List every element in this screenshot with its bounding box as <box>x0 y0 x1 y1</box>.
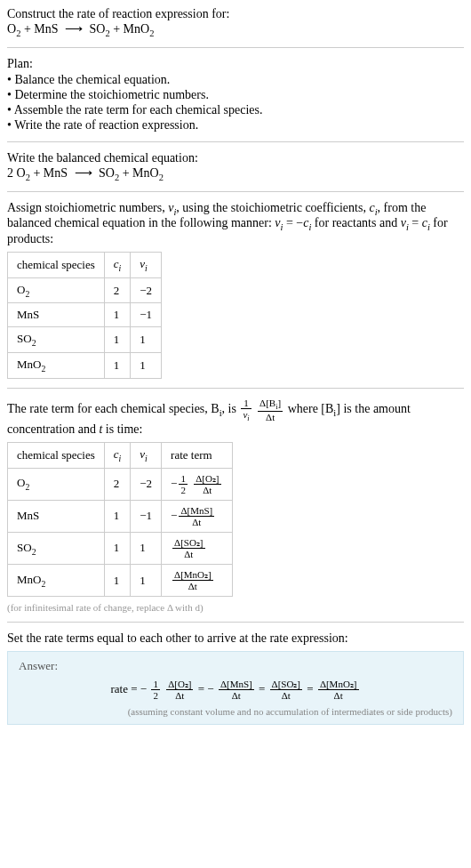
plus: + <box>123 166 132 180</box>
balanced-section: Write the balanced chemical equation: 2 … <box>7 151 464 182</box>
rateterm-intro: The rate term for each chemical species,… <box>7 398 464 437</box>
table-row: SO211 <box>8 327 162 353</box>
table-row: MnS1−1 <box>8 303 162 327</box>
table-row: O22−2 <box>8 277 162 303</box>
col-ci: ci <box>104 253 131 278</box>
species-o2: O2 <box>7 22 20 36</box>
table-header-row: chemical species ci νi rate term <box>8 442 233 468</box>
plan-item: • Write the rate of reaction expression. <box>7 118 464 133</box>
col-species: chemical species <box>8 253 105 278</box>
cell-ci: 2 <box>104 468 131 500</box>
species-so2: SO2 <box>99 166 119 180</box>
cell-rateterm: −12 Δ[O₂]Δt <box>162 468 232 500</box>
plan-item: • Determine the stoichiometric numbers. <box>7 88 464 102</box>
rateterm-table: chemical species ci νi rate term O2 2 −2… <box>7 442 233 597</box>
stoich-intro: Assign stoichiometric numbers, νi, using… <box>7 201 464 247</box>
fraction: Δ[Bi]Δt <box>258 398 283 422</box>
table-row: MnO211 <box>8 352 162 378</box>
answer-note: (assuming constant volume and no accumul… <box>19 706 452 717</box>
species-o2: O2 <box>17 166 30 180</box>
cell-nui: −1 <box>131 500 162 532</box>
col-rateterm: rate term <box>162 442 232 468</box>
cell-ci: 1 <box>104 327 131 353</box>
plus: + <box>33 166 43 180</box>
plan-item: • Assemble the rate term for each chemic… <box>7 103 464 117</box>
divider <box>7 622 464 623</box>
cell-species: O2 <box>8 277 105 303</box>
table-row: O2 2 −2 −12 Δ[O₂]Δt <box>8 468 233 500</box>
arrow-icon: ⟶ <box>75 166 92 180</box>
cell-ci: 2 <box>104 277 131 303</box>
species-mns: MnS <box>34 22 58 36</box>
cell-rateterm: −Δ[MnS]Δt <box>162 500 232 532</box>
col-nui: νi <box>131 442 162 468</box>
rateterm-section: The rate term for each chemical species,… <box>7 398 464 614</box>
arrow-icon: ⟶ <box>65 22 83 36</box>
species-so2: SO2 <box>90 22 110 36</box>
balanced-title: Write the balanced chemical equation: <box>7 151 464 165</box>
cell-nui: 1 <box>131 532 162 564</box>
cell-ci: 1 <box>104 352 131 378</box>
stoich-section: Assign stoichiometric numbers, νi, using… <box>7 201 464 379</box>
cell-ci: 1 <box>104 565 131 597</box>
cell-rateterm: Δ[MnO₂]Δt <box>162 565 232 597</box>
rateterm-footnote: (for infinitesimal rate of change, repla… <box>7 602 464 613</box>
cell-nui: −2 <box>131 468 162 500</box>
table-header-row: chemical species ci νi <box>8 253 162 278</box>
col-species: chemical species <box>8 442 105 468</box>
species-mno2: MnO2 <box>132 166 164 180</box>
stoich-table: chemical species ci νi O22−2 MnS1−1 SO21… <box>7 252 162 378</box>
col-ci: ci <box>104 442 131 468</box>
cell-nui: −1 <box>131 303 162 327</box>
divider <box>7 388 464 389</box>
species-mno2: MnO2 <box>124 22 155 36</box>
cell-species: MnO2 <box>8 352 105 378</box>
fraction: 1νi <box>241 398 251 422</box>
final-title: Set the rate terms equal to each other t… <box>7 631 464 646</box>
cell-nui: 1 <box>131 565 162 597</box>
rate-expression: rate = − 12 Δ[O₂]Δt = − Δ[MnS]Δt = Δ[SO₂… <box>19 679 452 701</box>
col-nui: νi <box>131 253 162 278</box>
cell-nui: −2 <box>131 277 162 303</box>
plan-bullets: • Balance the chemical equation. • Deter… <box>7 73 464 133</box>
cell-species: MnO2 <box>8 565 105 597</box>
cell-nui: 1 <box>131 352 162 378</box>
cell-ci: 1 <box>104 303 131 327</box>
plan-title: Plan: <box>7 57 464 71</box>
plus: + <box>24 22 34 36</box>
prompt-section: Construct the rate of reaction expressio… <box>7 7 464 38</box>
cell-species: O2 <box>8 468 105 500</box>
cell-species: MnS <box>8 500 105 532</box>
cell-nui: 1 <box>131 327 162 353</box>
cell-species: SO2 <box>8 327 105 353</box>
balanced-equation: 2 O2 + MnS ⟶ SO2 + MnO2 <box>7 165 464 182</box>
answer-label: Answer: <box>19 659 452 673</box>
cell-ci: 1 <box>104 500 131 532</box>
table-row: MnS 1 −1 −Δ[MnS]Δt <box>8 500 233 532</box>
cell-rateterm: Δ[SO₂]Δt <box>162 532 232 564</box>
final-section: Set the rate terms equal to each other t… <box>7 631 464 725</box>
divider <box>7 141 464 142</box>
plan-section: Plan: • Balance the chemical equation. •… <box>7 57 464 133</box>
answer-box: Answer: rate = − 12 Δ[O₂]Δt = − Δ[MnS]Δt… <box>7 651 464 725</box>
divider <box>7 47 464 48</box>
coef: 2 <box>7 166 17 180</box>
cell-species: SO2 <box>8 532 105 564</box>
divider <box>7 191 464 192</box>
table-row: MnO2 1 1 Δ[MnO₂]Δt <box>8 565 233 597</box>
plan-item: • Balance the chemical equation. <box>7 73 464 87</box>
cell-species: MnS <box>8 303 105 327</box>
plus: + <box>113 22 123 36</box>
species-mns: MnS <box>44 166 68 180</box>
reaction-equation: O2 + MnS ⟶ SO2 + MnO2 <box>7 21 464 38</box>
prompt-text: Construct the rate of reaction expressio… <box>7 7 464 21</box>
cell-ci: 1 <box>104 532 131 564</box>
table-row: SO2 1 1 Δ[SO₂]Δt <box>8 532 233 564</box>
